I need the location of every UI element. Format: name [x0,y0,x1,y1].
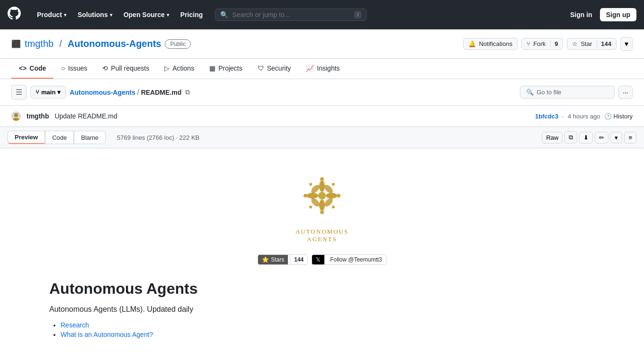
nav-product[interactable]: Product ▾ [32,8,71,21]
svg-point-5 [307,193,318,199]
nav-open-source[interactable]: Open Source ▾ [119,8,174,21]
copy-raw-icon: ⧉ [569,134,573,141]
repo-name-link[interactable]: Autonomous-Agents [68,38,161,49]
nav-right: Sign in Sign up [566,8,636,21]
star-button[interactable]: ☆ Star 144 [567,38,617,50]
edit-button[interactable]: ✏ [595,132,608,144]
add-button[interactable]: ▾ [620,37,633,51]
branch-selector[interactable]: ⑂ main ▾ [30,86,66,99]
file-toolbar: ☰ ⑂ main ▾ Autonomous-Agents / README.md… [0,79,644,106]
notifications-label: Notifications [479,40,512,47]
svg-point-17 [309,206,312,208]
fork-count: 9 [550,40,558,47]
search-shortcut-badge: / [354,11,361,18]
logo-line1: AUTONOMOUS [49,228,595,235]
history-icon: 🕐 [604,113,612,120]
repo-owner-link[interactable]: tmgthb [25,38,54,49]
nav-pricing[interactable]: Pricing [176,8,207,21]
tab-insights[interactable]: 📈 Insights [298,59,347,79]
tab-issues[interactable]: ○ Issues [54,59,95,79]
fork-button[interactable]: ⑂ Fork 9 [521,38,563,50]
more-options-button[interactable]: ··· [618,86,633,99]
github-logo-icon[interactable] [8,7,21,23]
projects-icon: ▦ [209,64,215,72]
sign-up-button[interactable]: Sign up [600,8,636,21]
commit-author[interactable]: tmgthb [27,112,49,120]
actions-icon: ▷ [164,64,170,72]
open-source-chevron-icon: ▾ [167,12,169,18]
research-link[interactable]: Research [61,321,89,329]
outline-button[interactable]: ≡ [624,132,636,144]
tab-code-label: Code [29,64,46,72]
logo-line2: AGENTS [49,235,595,243]
chevron-down-file-icon: ▾ [615,134,618,141]
list-icon: ≡ [628,134,632,141]
blame-tab[interactable]: Blame [74,131,106,144]
fork-label: Fork [533,40,546,47]
copy-raw-button[interactable]: ⧉ [564,131,577,144]
search-input[interactable] [232,11,350,18]
x-icon: 𝕏 [312,255,324,264]
sidebar-toggle-button[interactable]: ☰ [11,85,27,100]
visibility-badge: Public [165,39,191,49]
svg-point-13 [304,194,307,198]
notifications-button[interactable]: 🔔 Notifications [463,38,518,50]
security-icon: 🛡 [258,64,264,72]
repo-slash: / [59,38,62,49]
repo-title: ⬛ tmgthb / Autonomous-Agents Public [11,38,191,49]
search-file-icon: 🔍 [526,89,534,96]
stars-badge-left: ⭐ Stars [258,255,288,264]
logo-image [294,167,350,224]
repo-tabs: <> Code ○ Issues ⟲ Pull requests ▷ Actio… [0,59,644,79]
follow-badge[interactable]: 𝕏 Follow @Teemumtt3 [312,254,386,265]
tab-actions-label: Actions [172,64,194,72]
copy-path-button[interactable]: ⧉ [183,87,192,97]
pr-icon: ⟲ [102,64,108,72]
commit-bar: tmgthb Update README.md 1bfcdc3 · 4 hour… [0,106,644,127]
issues-icon: ○ [61,64,65,72]
tab-code[interactable]: <> Code [11,59,54,79]
tab-actions[interactable]: ▷ Actions [157,59,202,79]
sign-in-button[interactable]: Sign in [566,9,596,20]
file-info: 5769 lines (2766 loc) · 222 KB [117,134,199,141]
autonomous-agent-link[interactable]: What is an Autonomous Agent? [61,331,153,338]
svg-point-4 [319,199,325,211]
breadcrumb-separator: / [137,89,139,96]
go-to-file-label: Go to file [537,89,561,96]
branch-chevron-icon: ▾ [57,89,61,96]
list-item: Research [61,321,595,329]
readme-title: Autonomous Agents [49,280,595,298]
commit-time: 4 hours ago [568,113,600,120]
more-file-options-button[interactable]: ▾ [610,132,622,144]
search-bar[interactable]: 🔍 / [215,9,367,21]
readme-logo: AUTONOMOUS AGENTS [49,167,595,243]
nav-links: Product ▾ Solutions ▾ Open Source ▾ Pric… [32,8,207,21]
commit-meta: 1bfcdc3 · 4 hours ago 🕐 History [535,113,633,120]
badge-row: ⭐ Stars 144 𝕏 Follow @Teemumtt3 [49,254,595,265]
history-button[interactable]: 🕐 History [604,113,633,120]
commit-message: Update README.md [54,112,117,120]
fork-icon: ⑂ [527,40,530,47]
download-button[interactable]: ⬇ [579,132,593,144]
repo-actions: 🔔 Notifications ⑂ Fork 9 ☆ Star 144 ▾ [463,37,633,51]
preview-tab[interactable]: Preview [8,131,45,144]
go-to-file-button[interactable]: 🔍 Go to file [520,86,615,99]
chevron-down-icon: ▾ [625,40,628,48]
view-tabs: Preview Code Blame [8,131,106,144]
github-star-icon: ⭐ [262,256,269,263]
tab-pull-requests[interactable]: ⟲ Pull requests [95,59,157,79]
readme-list: Research What is an Autonomous Agent? [61,321,595,338]
svg-point-15 [309,183,312,186]
nav-solutions[interactable]: Solutions ▾ [73,8,117,21]
nav-solutions-label: Solutions [78,11,108,18]
tab-security[interactable]: 🛡 Security [250,59,299,79]
svg-point-2 [318,192,326,199]
tab-projects[interactable]: ▦ Projects [202,59,250,79]
commit-hash[interactable]: 1bfcdc3 [535,113,558,120]
breadcrumb-repo-link[interactable]: Autonomous-Agents [70,89,135,96]
tab-issues-label: Issues [68,64,87,72]
code-icon: <> [19,64,27,72]
star-icon: ☆ [572,40,578,47]
code-tab[interactable]: Code [45,131,74,144]
raw-button[interactable]: Raw [542,132,563,144]
